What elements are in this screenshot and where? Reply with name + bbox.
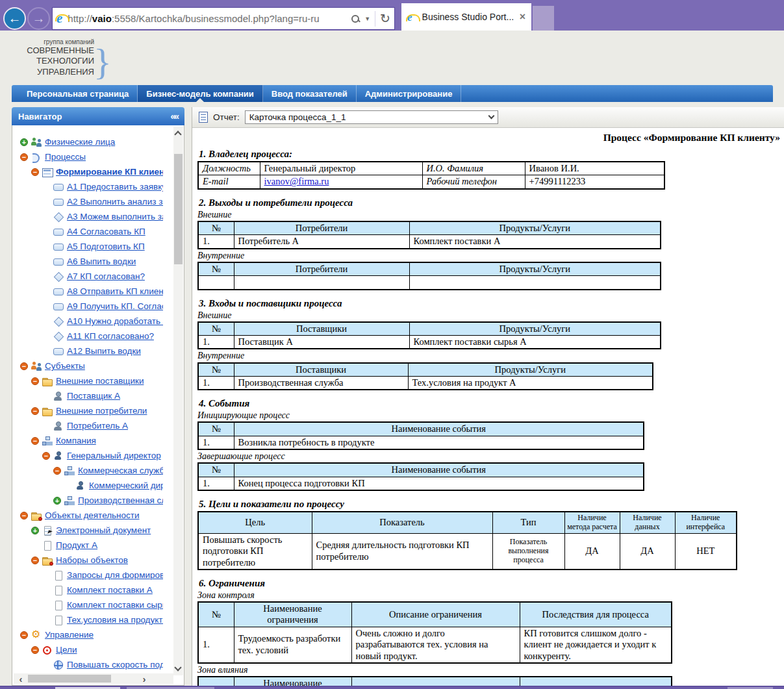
tree-item[interactable]: Цели [12, 642, 163, 657]
new-tab-stub[interactable] [533, 6, 554, 31]
tree-toggle-icon[interactable] [20, 631, 28, 639]
tree-item[interactable]: Внешние потребители [12, 403, 163, 418]
tree-item-label[interactable]: A7 КП согласован? [67, 271, 145, 281]
tree-item-label[interactable]: Объекты деятельности [45, 510, 140, 520]
tree-item[interactable]: A9 Получить КП. Согласовать КП [12, 299, 163, 314]
tree-item-label[interactable]: Внешние поставщики [56, 376, 144, 386]
tree-item-label[interactable]: Запросы для формирования КП [67, 570, 163, 580]
tree-item[interactable]: Компания [12, 433, 163, 448]
tree-toggle-icon[interactable] [20, 153, 28, 161]
tree-toggle-icon[interactable] [20, 362, 28, 370]
tree-item[interactable]: Субъекты [12, 358, 163, 373]
tree-item[interactable]: A12 Выпить водки [12, 344, 163, 358]
tree-item[interactable]: Продукт А [12, 538, 163, 553]
tree-item[interactable]: Комплект поставки сырья А [12, 597, 163, 612]
scroll-right-icon[interactable]: › [137, 673, 151, 684]
tree-item[interactable]: Наборы объектов [12, 553, 163, 568]
tree-item[interactable]: A6 Выпить водки [12, 254, 163, 269]
tree-item-label[interactable]: Поставщик А [67, 391, 120, 401]
nav-tab[interactable]: Администрирование [357, 85, 462, 102]
tree-item[interactable]: A7 КП согласован? [12, 269, 163, 284]
tree-item[interactable]: A5 Подготовить КП [12, 239, 163, 254]
tree-item-label[interactable]: Внешние потребители [56, 406, 147, 416]
nav-tab[interactable]: Бизнес-модель компании [138, 85, 262, 102]
tree-toggle-icon[interactable] [31, 557, 39, 564]
tree-item-label[interactable]: Компания [56, 436, 96, 445]
tree-item-label[interactable]: Потребитель А [67, 421, 128, 431]
refresh-icon[interactable]: ↻ [380, 12, 390, 25]
tree-toggle-icon[interactable] [31, 377, 39, 385]
tree-item-label[interactable]: Коммерческий директор [89, 481, 163, 490]
tree-item-label[interactable]: A5 Подготовить КП [67, 242, 145, 251]
tree-item-label[interactable]: A6 Выпить водки [67, 257, 136, 266]
tree-item-label[interactable]: Цели [56, 645, 77, 655]
tree-item-label[interactable]: A8 Отправить КП клиенту [67, 286, 163, 296]
forward-button[interactable]: → [27, 7, 50, 30]
tree-item-label[interactable]: A11 КП согласовано? [67, 331, 154, 341]
tree-item[interactable]: Коммерческая служба [12, 463, 163, 478]
tree-item-label[interactable]: Тех.условия на продукт А [67, 615, 163, 625]
tree-item[interactable]: Повышать скорость подготовки КП [12, 657, 163, 672]
tree-item-label[interactable]: Субъекты [45, 361, 85, 371]
tree-item[interactable]: Запросы для формирования КП [12, 568, 163, 583]
tree-item[interactable]: Коммерческий директор [12, 478, 163, 493]
tree-item-label[interactable]: Физические лица [45, 137, 115, 147]
tree-item-label[interactable]: A9 Получить КП. Согласовать КП [67, 301, 163, 311]
tree-item[interactable]: Управление [12, 627, 163, 642]
tree-toggle-icon[interactable] [31, 646, 39, 654]
tree-item[interactable]: A2 Выполнить анализ заявки [12, 194, 163, 209]
search-dropdown-icon[interactable]: ▼ [364, 16, 370, 22]
url-text[interactable]: http://vaio:5558/Kartochka/businessmodel… [68, 13, 351, 24]
search-icon[interactable] [351, 14, 360, 23]
tree-toggle-icon[interactable] [31, 437, 39, 445]
tree-item[interactable]: Потребитель А [12, 418, 163, 433]
tab-close-icon[interactable]: × [520, 11, 525, 23]
scroll-up-icon[interactable] [174, 131, 181, 138]
tree-item-label[interactable]: Продукт А [56, 540, 97, 550]
vertical-scroll-thumb[interactable] [174, 154, 183, 264]
scroll-left-icon[interactable]: ‹ [14, 673, 28, 684]
tree-toggle-icon[interactable] [31, 168, 39, 176]
tree-toggle-icon[interactable] [20, 512, 28, 520]
tree-item-label[interactable]: A3 Можем выполнить заявку? [67, 212, 163, 221]
tree-item[interactable]: Процессы [12, 149, 163, 164]
tree-item-label[interactable]: A2 Выполнить анализ заявки [67, 197, 163, 207]
tree-item-label[interactable]: Генеральный директор [67, 451, 161, 460]
tree-item-label[interactable]: A10 Нужно доработать КП? [67, 316, 163, 326]
tree-toggle-icon[interactable] [20, 138, 28, 146]
tree-item[interactable]: Внешние поставщики [12, 373, 163, 388]
tree-item[interactable]: A8 Отправить КП клиенту [12, 284, 163, 299]
tree-toggle-icon[interactable] [53, 497, 61, 505]
tree-item-label[interactable]: A4 Согласовать КП [67, 227, 145, 236]
tree-item[interactable]: Комплект поставки А [12, 583, 163, 597]
tree-item[interactable]: Физические лица [12, 134, 163, 149]
tree-item-label[interactable]: Комплект поставки А [67, 585, 153, 595]
tree-item[interactable]: A3 Можем выполнить заявку? [12, 209, 163, 224]
tree-item-label[interactable]: A1 Предоставить заявку на прод [67, 182, 163, 192]
tree-vertical-scrollbar[interactable] [173, 127, 183, 675]
tree-item[interactable]: A1 Предоставить заявку на прод [12, 179, 163, 194]
tree-toggle-icon[interactable] [42, 452, 50, 460]
scroll-down-icon[interactable] [174, 664, 181, 671]
tree-item-label[interactable]: Комплект поставки сырья А [67, 600, 163, 610]
tree-item-label[interactable]: Управление [45, 630, 94, 640]
tree-item-label[interactable]: Производственная служба [78, 495, 163, 505]
address-bar[interactable]: e http://vaio:5558/Kartochka/businessmod… [52, 7, 395, 30]
tree-item[interactable]: Поставщик А [12, 388, 163, 403]
tree-toggle-icon[interactable] [31, 407, 39, 415]
tree-item[interactable]: A11 КП согласовано? [12, 329, 163, 344]
tree-item-label[interactable]: Электронный документ [56, 525, 151, 535]
report-select[interactable]: Карточка процесса_1_1 [245, 110, 498, 124]
tree-item[interactable]: Генеральный директор [12, 448, 163, 463]
tree-item-label[interactable]: Формирование КП клиенту [56, 167, 163, 177]
nav-tab[interactable]: Персональная страница [18, 85, 138, 102]
back-button[interactable]: ← [3, 7, 26, 30]
tree-item[interactable]: Электронный документ [12, 523, 163, 538]
tree-toggle-icon[interactable] [53, 467, 61, 475]
tree-item[interactable]: A10 Нужно доработать КП? [12, 314, 163, 329]
tree-item-label[interactable]: Процессы [45, 152, 86, 162]
horizontal-scroll-thumb[interactable] [28, 675, 111, 683]
tree-item-label[interactable]: A12 Выпить водки [67, 346, 141, 356]
tree-toggle-icon[interactable] [31, 527, 39, 534]
tree-item-label[interactable]: Коммерческая служба [78, 466, 163, 475]
